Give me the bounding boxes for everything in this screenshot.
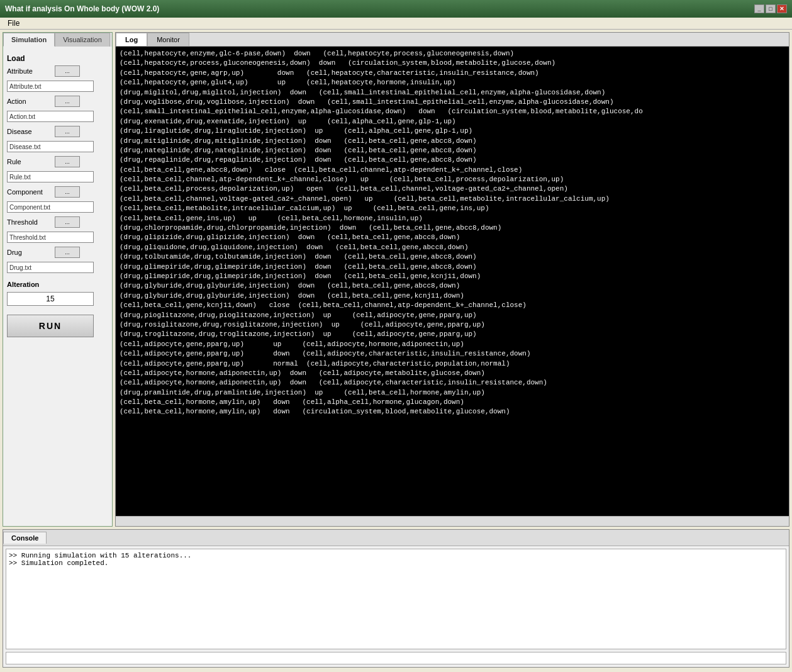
- close-button[interactable]: ✕: [777, 4, 787, 13]
- rule-label: Rule: [7, 158, 52, 165]
- alteration-input[interactable]: [7, 292, 94, 306]
- attribute-row: Attribute ...: [7, 65, 108, 77]
- drug-row: Drug ...: [7, 247, 108, 258]
- attribute-file-input[interactable]: [7, 81, 94, 92]
- threshold-row: Threshold ...: [7, 216, 108, 228]
- right-panel: Log Monitor (cell,hepatocyte,enzyme,glc-…: [115, 32, 789, 527]
- console-input-bar[interactable]: [6, 652, 786, 664]
- load-label: Load: [7, 54, 108, 63]
- threshold-file-input[interactable]: [7, 232, 94, 243]
- main-tabs: Simulation Visualization: [3, 33, 112, 47]
- drug-file-input[interactable]: [7, 262, 94, 273]
- rule-row: Rule ...: [7, 156, 108, 167]
- window-title: What if analysis On Whole body (WOW 2.0): [5, 4, 159, 13]
- attribute-file-row: [7, 81, 108, 92]
- console-section: Console >> Running simulation with 15 al…: [3, 529, 789, 668]
- log-horizontal-scrollbar[interactable]: [116, 516, 789, 526]
- top-section: Simulation Visualization Load Attribute …: [0, 30, 792, 529]
- tab-log[interactable]: Log: [116, 33, 147, 46]
- threshold-file-row: [7, 232, 108, 243]
- attribute-browse-button[interactable]: ...: [55, 65, 80, 77]
- disease-row: Disease ...: [7, 126, 108, 137]
- tab-monitor[interactable]: Monitor: [147, 33, 189, 46]
- action-browse-button[interactable]: ...: [55, 96, 80, 107]
- component-label: Component: [7, 188, 52, 196]
- tab-simulation[interactable]: Simulation: [3, 33, 55, 47]
- action-row: Action ...: [7, 96, 108, 107]
- disease-file-input[interactable]: [7, 141, 94, 152]
- console-tab-bar: Console: [3, 530, 789, 546]
- disease-browse-button[interactable]: ...: [55, 126, 80, 137]
- component-file-input[interactable]: [7, 201, 94, 213]
- drug-browse-button[interactable]: ...: [55, 247, 80, 258]
- console-tab-label[interactable]: Console: [3, 532, 47, 544]
- rule-browse-button[interactable]: ...: [55, 156, 80, 167]
- main-container: Simulation Visualization Load Attribute …: [0, 30, 792, 670]
- alteration-label: Alteration: [7, 281, 108, 288]
- minimize-button[interactable]: _: [754, 4, 764, 13]
- left-panel: Simulation Visualization Load Attribute …: [3, 32, 113, 527]
- action-file-row: [7, 111, 108, 122]
- maximize-button[interactable]: □: [766, 4, 776, 13]
- action-label: Action: [7, 98, 52, 105]
- action-file-input[interactable]: [7, 111, 94, 122]
- threshold-browse-button[interactable]: ...: [55, 216, 80, 228]
- menu-bar: File: [0, 18, 792, 30]
- log-tabs: Log Monitor: [116, 33, 789, 47]
- drug-label: Drug: [7, 249, 52, 256]
- title-bar: What if analysis On Whole body (WOW 2.0)…: [0, 0, 792, 18]
- log-content[interactable]: (cell,hepatocyte,enzyme,glc-6-pase,down)…: [116, 47, 789, 516]
- drug-file-row: [7, 262, 108, 273]
- simulation-panel: Load Attribute ... Action ...: [3, 47, 112, 342]
- run-button[interactable]: RUN: [7, 315, 94, 337]
- component-row: Component ...: [7, 186, 108, 198]
- console-output: >> Running simulation with 15 alteration…: [6, 549, 786, 649]
- disease-file-row: [7, 141, 108, 152]
- attribute-label: Attribute: [7, 67, 52, 75]
- file-menu[interactable]: File: [3, 18, 25, 29]
- component-file-row: [7, 201, 108, 213]
- component-browse-button[interactable]: ...: [55, 186, 80, 198]
- window-controls: _ □ ✕: [754, 4, 787, 13]
- rule-file-input[interactable]: [7, 171, 94, 182]
- disease-label: Disease: [7, 128, 52, 135]
- tab-visualization[interactable]: Visualization: [55, 33, 110, 47]
- threshold-label: Threshold: [7, 218, 52, 226]
- rule-file-row: [7, 171, 108, 182]
